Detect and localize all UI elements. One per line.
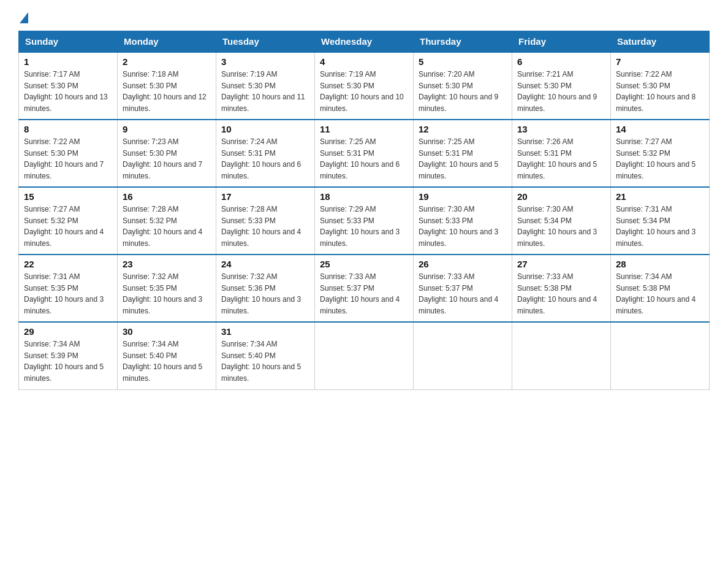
calendar-cell: 27 Sunrise: 7:33 AMSunset: 5:38 PMDaylig…	[512, 255, 611, 322]
day-info: Sunrise: 7:25 AMSunset: 5:31 PMDaylight:…	[419, 136, 507, 182]
day-info: Sunrise: 7:32 AMSunset: 5:35 PMDaylight:…	[123, 271, 211, 316]
weekday-header-monday: Monday	[118, 31, 216, 53]
day-info: Sunrise: 7:30 AMSunset: 5:33 PMDaylight:…	[419, 204, 507, 249]
day-number: 11	[320, 124, 408, 134]
day-info: Sunrise: 7:19 AMSunset: 5:30 PMDaylight:…	[221, 69, 309, 114]
logo-triangle-icon	[20, 12, 28, 23]
calendar-cell: 12 Sunrise: 7:25 AMSunset: 5:31 PMDaylig…	[414, 120, 512, 187]
day-info: Sunrise: 7:31 AMSunset: 5:34 PMDaylight:…	[616, 204, 704, 249]
weekday-header-friday: Friday	[512, 31, 611, 53]
day-number: 29	[24, 326, 112, 337]
day-number: 13	[517, 124, 605, 134]
day-number: 16	[123, 191, 211, 202]
calendar-cell: 26 Sunrise: 7:33 AMSunset: 5:37 PMDaylig…	[414, 255, 512, 322]
calendar-cell: 19 Sunrise: 7:30 AMSunset: 5:33 PMDaylig…	[414, 187, 512, 255]
weekday-header-saturday: Saturday	[611, 31, 710, 53]
page-header	[18, 12, 710, 21]
day-info: Sunrise: 7:21 AMSunset: 5:30 PMDaylight:…	[517, 69, 605, 114]
calendar-cell: 18 Sunrise: 7:29 AMSunset: 5:33 PMDaylig…	[315, 187, 414, 255]
calendar-cell: 2 Sunrise: 7:18 AMSunset: 5:30 PMDayligh…	[118, 52, 216, 120]
calendar-week-row: 1 Sunrise: 7:17 AMSunset: 5:30 PMDayligh…	[19, 52, 710, 120]
day-number: 5	[419, 56, 507, 67]
calendar-table: SundayMondayTuesdayWednesdayThursdayFrid…	[18, 31, 710, 390]
calendar-cell	[315, 322, 414, 389]
day-number: 4	[320, 56, 408, 67]
calendar-cell: 31 Sunrise: 7:34 AMSunset: 5:40 PMDaylig…	[216, 322, 315, 389]
day-info: Sunrise: 7:30 AMSunset: 5:34 PMDaylight:…	[517, 204, 605, 249]
calendar-cell: 7 Sunrise: 7:22 AMSunset: 5:30 PMDayligh…	[611, 52, 710, 120]
calendar-cell: 14 Sunrise: 7:27 AMSunset: 5:32 PMDaylig…	[611, 120, 710, 187]
calendar-cell: 10 Sunrise: 7:24 AMSunset: 5:31 PMDaylig…	[216, 120, 315, 187]
day-info: Sunrise: 7:22 AMSunset: 5:30 PMDaylight:…	[616, 69, 704, 114]
calendar-cell: 6 Sunrise: 7:21 AMSunset: 5:30 PMDayligh…	[512, 52, 611, 120]
calendar-cell	[414, 322, 512, 389]
calendar-cell: 4 Sunrise: 7:19 AMSunset: 5:30 PMDayligh…	[315, 52, 414, 120]
calendar-cell: 22 Sunrise: 7:31 AMSunset: 5:35 PMDaylig…	[19, 255, 118, 322]
day-number: 27	[517, 259, 605, 269]
day-info: Sunrise: 7:27 AMSunset: 5:32 PMDaylight:…	[24, 204, 112, 249]
calendar-cell: 25 Sunrise: 7:33 AMSunset: 5:37 PMDaylig…	[315, 255, 414, 322]
day-number: 9	[123, 124, 211, 134]
day-info: Sunrise: 7:33 AMSunset: 5:38 PMDaylight:…	[517, 271, 605, 316]
calendar-cell: 8 Sunrise: 7:22 AMSunset: 5:30 PMDayligh…	[19, 120, 118, 187]
calendar-cell: 5 Sunrise: 7:20 AMSunset: 5:30 PMDayligh…	[414, 52, 512, 120]
calendar-week-row: 8 Sunrise: 7:22 AMSunset: 5:30 PMDayligh…	[19, 120, 710, 187]
calendar-cell: 17 Sunrise: 7:28 AMSunset: 5:33 PMDaylig…	[216, 187, 315, 255]
day-info: Sunrise: 7:27 AMSunset: 5:32 PMDaylight:…	[616, 136, 704, 182]
day-number: 8	[24, 124, 112, 134]
day-number: 20	[517, 191, 605, 202]
day-number: 24	[221, 259, 309, 269]
day-info: Sunrise: 7:29 AMSunset: 5:33 PMDaylight:…	[320, 204, 408, 249]
day-number: 30	[123, 326, 211, 337]
day-number: 15	[24, 191, 112, 202]
day-number: 3	[221, 56, 309, 67]
calendar-cell: 11 Sunrise: 7:25 AMSunset: 5:31 PMDaylig…	[315, 120, 414, 187]
day-info: Sunrise: 7:18 AMSunset: 5:30 PMDaylight:…	[123, 69, 211, 114]
calendar-cell: 29 Sunrise: 7:34 AMSunset: 5:39 PMDaylig…	[19, 322, 118, 389]
day-number: 12	[419, 124, 507, 134]
day-info: Sunrise: 7:33 AMSunset: 5:37 PMDaylight:…	[419, 271, 507, 316]
calendar-cell: 24 Sunrise: 7:32 AMSunset: 5:36 PMDaylig…	[216, 255, 315, 322]
calendar-week-row: 22 Sunrise: 7:31 AMSunset: 5:35 PMDaylig…	[19, 255, 710, 322]
calendar-cell	[611, 322, 710, 389]
day-number: 28	[616, 259, 704, 269]
weekday-header-sunday: Sunday	[19, 31, 118, 53]
day-info: Sunrise: 7:19 AMSunset: 5:30 PMDaylight:…	[320, 69, 408, 114]
day-info: Sunrise: 7:34 AMSunset: 5:40 PMDaylight:…	[123, 339, 211, 384]
day-number: 22	[24, 259, 112, 269]
day-info: Sunrise: 7:22 AMSunset: 5:30 PMDaylight:…	[24, 136, 112, 182]
calendar-cell: 28 Sunrise: 7:34 AMSunset: 5:38 PMDaylig…	[611, 255, 710, 322]
day-info: Sunrise: 7:34 AMSunset: 5:40 PMDaylight:…	[221, 339, 309, 384]
day-number: 6	[517, 56, 605, 67]
day-info: Sunrise: 7:32 AMSunset: 5:36 PMDaylight:…	[221, 271, 309, 316]
calendar-cell: 23 Sunrise: 7:32 AMSunset: 5:35 PMDaylig…	[118, 255, 216, 322]
day-info: Sunrise: 7:23 AMSunset: 5:30 PMDaylight:…	[123, 136, 211, 182]
weekday-header-thursday: Thursday	[414, 31, 512, 53]
day-info: Sunrise: 7:24 AMSunset: 5:31 PMDaylight:…	[221, 136, 309, 182]
day-number: 25	[320, 259, 408, 269]
calendar-cell	[512, 322, 611, 389]
day-number: 17	[221, 191, 309, 202]
day-number: 2	[123, 56, 211, 67]
calendar-cell: 15 Sunrise: 7:27 AMSunset: 5:32 PMDaylig…	[19, 187, 118, 255]
day-number: 10	[221, 124, 309, 134]
day-info: Sunrise: 7:25 AMSunset: 5:31 PMDaylight:…	[320, 136, 408, 182]
day-number: 31	[221, 326, 309, 337]
calendar-cell: 30 Sunrise: 7:34 AMSunset: 5:40 PMDaylig…	[118, 322, 216, 389]
weekday-header-wednesday: Wednesday	[315, 31, 414, 53]
calendar-cell: 21 Sunrise: 7:31 AMSunset: 5:34 PMDaylig…	[611, 187, 710, 255]
day-info: Sunrise: 7:34 AMSunset: 5:38 PMDaylight:…	[616, 271, 704, 316]
calendar-cell: 1 Sunrise: 7:17 AMSunset: 5:30 PMDayligh…	[19, 52, 118, 120]
day-number: 1	[24, 56, 112, 67]
day-number: 7	[616, 56, 704, 67]
day-number: 14	[616, 124, 704, 134]
day-info: Sunrise: 7:20 AMSunset: 5:30 PMDaylight:…	[419, 69, 507, 114]
day-info: Sunrise: 7:28 AMSunset: 5:32 PMDaylight:…	[123, 204, 211, 249]
day-info: Sunrise: 7:26 AMSunset: 5:31 PMDaylight:…	[517, 136, 605, 182]
calendar-cell: 13 Sunrise: 7:26 AMSunset: 5:31 PMDaylig…	[512, 120, 611, 187]
day-info: Sunrise: 7:17 AMSunset: 5:30 PMDaylight:…	[24, 69, 112, 114]
day-number: 18	[320, 191, 408, 202]
calendar-cell: 3 Sunrise: 7:19 AMSunset: 5:30 PMDayligh…	[216, 52, 315, 120]
weekday-header-row: SundayMondayTuesdayWednesdayThursdayFrid…	[19, 31, 710, 53]
day-number: 23	[123, 259, 211, 269]
